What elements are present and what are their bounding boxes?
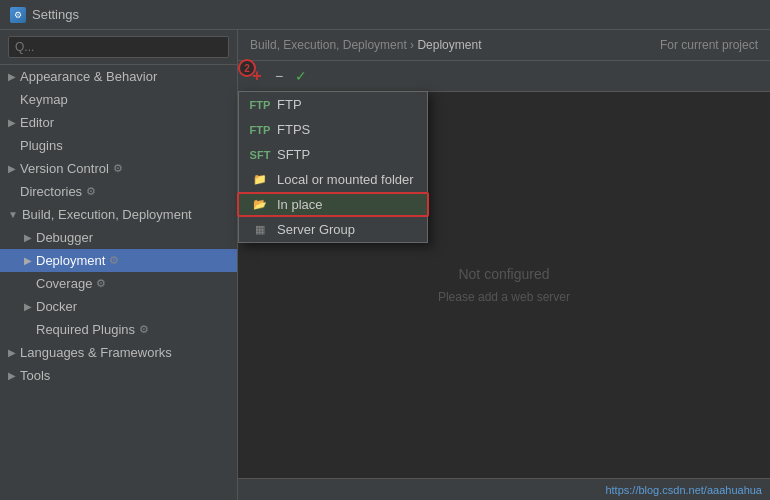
please-add-label: Please add a web server: [438, 290, 570, 304]
bottom-link[interactable]: https://blog.csdn.net/aaahuahua: [605, 484, 762, 496]
breadcrumb-current: Deployment: [417, 38, 481, 52]
sidebar-item-label: Appearance & Behavior: [20, 69, 157, 84]
sidebar-item-editor[interactable]: ▶ Editor: [0, 111, 237, 134]
arrow-icon: ▶: [24, 301, 32, 312]
ftp-icon: FTP: [251, 98, 269, 112]
sidebar-item-deployment[interactable]: ▶ Deployment ⚙: [0, 249, 237, 272]
sidebar-item-plugins[interactable]: Plugins: [0, 134, 237, 157]
sidebar-item-directories[interactable]: Directories ⚙: [0, 180, 237, 203]
arrow-icon: ▶: [8, 347, 16, 358]
dropdown-menu: FTP FTP FTP FTPS SFT SFTP 📁 Local or mou…: [238, 91, 428, 243]
arrow-icon: ▶: [8, 71, 16, 82]
check-button[interactable]: ✓: [290, 65, 312, 87]
sidebar-item-appearance[interactable]: ▶ Appearance & Behavior: [0, 65, 237, 88]
server-group-icon: ▦: [251, 223, 269, 237]
sidebar-item-label: Debugger: [36, 230, 93, 245]
sidebar-item-label: Required Plugins: [36, 322, 135, 337]
sidebar-item-label: Coverage: [36, 276, 92, 291]
folder-icon: 📁: [251, 173, 269, 187]
title-bar: ⚙ Settings: [0, 0, 770, 30]
sidebar-item-label: Tools: [20, 368, 50, 383]
sidebar-item-languages[interactable]: ▶ Languages & Frameworks: [0, 341, 237, 364]
arrow-icon: ▶: [8, 370, 16, 381]
sidebar-item-tools[interactable]: ▶ Tools: [0, 364, 237, 387]
app-icon: ⚙: [10, 7, 26, 23]
remove-button[interactable]: −: [268, 65, 290, 87]
for-project-label: For current project: [660, 38, 758, 52]
arrow-icon: ▼: [8, 209, 18, 220]
sidebar-item-coverage[interactable]: Coverage ⚙: [0, 272, 237, 295]
sidebar-item-debugger[interactable]: ▶ Debugger: [0, 226, 237, 249]
sidebar-item-label: Deployment: [36, 253, 105, 268]
dropdown-item-label: SFTP: [277, 147, 310, 162]
badge-icon: ⚙: [86, 185, 96, 198]
inplace-icon: 📂: [251, 198, 269, 212]
sidebar-item-label: Build, Execution, Deployment: [22, 207, 192, 222]
badge-icon: ⚙: [109, 254, 119, 267]
arrow-icon: ▶: [8, 117, 16, 128]
app-title: Settings: [32, 7, 79, 22]
sidebar-item-label: Keymap: [20, 92, 68, 107]
sidebar-item-label: Editor: [20, 115, 54, 130]
dropdown-item-local-folder[interactable]: 📁 Local or mounted folder: [239, 167, 427, 192]
sidebar-item-required-plugins[interactable]: Required Plugins ⚙: [0, 318, 237, 341]
dropdown-item-label: Local or mounted folder: [277, 172, 414, 187]
add-annotation: 2: [238, 59, 256, 77]
dropdown-item-in-place[interactable]: 📂 In place: [239, 192, 427, 217]
dropdown-item-label: Server Group: [277, 222, 355, 237]
sidebar-item-docker[interactable]: ▶ Docker: [0, 295, 237, 318]
arrow-icon: ▶: [8, 163, 16, 174]
dropdown-item-label: FTPS: [277, 122, 310, 137]
search-input[interactable]: [8, 36, 229, 58]
badge-icon: ⚙: [113, 162, 123, 175]
add-button[interactable]: + 2: [246, 65, 268, 87]
badge-icon: ⚙: [96, 277, 106, 290]
not-configured-label: Not configured: [458, 266, 549, 282]
breadcrumb-path: Build, Execution, Deployment: [250, 38, 407, 52]
arrow-icon: ▶: [24, 232, 32, 243]
check-icon: ✓: [295, 68, 307, 84]
sidebar-item-build-exec[interactable]: ▼ Build, Execution, Deployment: [0, 203, 237, 226]
sidebar-item-label: Plugins: [20, 138, 63, 153]
dropdown-item-label: In place: [277, 197, 323, 212]
sidebar-item-keymap[interactable]: Keymap: [0, 88, 237, 111]
ftps-icon: FTP: [251, 123, 269, 137]
sidebar-item-label: Languages & Frameworks: [20, 345, 172, 360]
arrow-icon: ▶: [24, 255, 32, 266]
dropdown-item-ftp[interactable]: FTP FTP: [239, 92, 427, 117]
dropdown-item-server-group[interactable]: ▦ Server Group: [239, 217, 427, 242]
sftp-icon: SFT: [251, 148, 269, 162]
sidebar-item-label: Version Control: [20, 161, 109, 176]
dropdown-item-sftp[interactable]: SFT SFTP: [239, 142, 427, 167]
sidebar-item-label: Directories: [20, 184, 82, 199]
dropdown-item-ftps[interactable]: FTP FTPS: [239, 117, 427, 142]
minus-icon: −: [275, 68, 283, 84]
content-area: Build, Execution, Deployment › Deploymen…: [238, 30, 770, 500]
bottom-bar: https://blog.csdn.net/aaahuahua: [238, 478, 770, 500]
breadcrumb: Build, Execution, Deployment › Deploymen…: [238, 30, 770, 61]
sidebar-item-version-control[interactable]: ▶ Version Control ⚙: [0, 157, 237, 180]
badge-icon: ⚙: [139, 323, 149, 336]
toolbar: + 2 − ✓ FTP FTP FTP FTPS SFT: [238, 61, 770, 92]
dropdown-item-label: FTP: [277, 97, 302, 112]
sidebar: ▶ Appearance & Behavior Keymap ▶ Editor …: [0, 30, 238, 500]
sidebar-item-label: Docker: [36, 299, 77, 314]
